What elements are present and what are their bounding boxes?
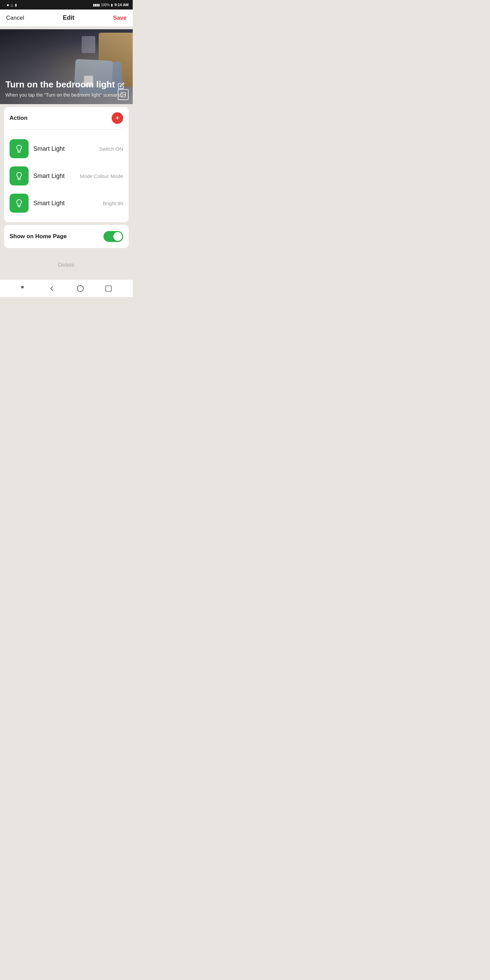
action-item-3-label: Smart Light — [33, 200, 98, 207]
hero-subtitle: When you tap the "Turn on the bedroom li… — [5, 92, 127, 99]
signal-strength-icon: ▮▮▮▮ — [93, 3, 100, 7]
action-section: Action + Smart Light Switch:ON Smart Lig… — [4, 107, 129, 222]
nav-bar — [0, 279, 133, 297]
svg-rect-7 — [106, 285, 111, 291]
page-title: Edit — [63, 14, 75, 21]
hero-title: Turn on the bedroom light — [5, 79, 127, 90]
bulb-icon-2 — [14, 171, 24, 181]
home-circle-icon — [76, 285, 84, 293]
bulb-icon-3 — [14, 198, 24, 208]
nav-home-button[interactable] — [73, 282, 87, 295]
svg-point-6 — [77, 285, 83, 292]
square-icon — [21, 285, 27, 292]
nfc-icon: ■ — [7, 3, 9, 7]
nav-square-button[interactable] — [18, 282, 30, 295]
hero-image-container: Turn on the bedroom light When you tap t… — [0, 29, 133, 104]
status-bar-left: ⋅ ■ △ ▮ — [4, 3, 17, 7]
action-item-2-icon-wrapper — [10, 166, 29, 185]
toggle-thumb — [113, 232, 122, 241]
change-image-button[interactable] — [118, 89, 129, 100]
action-item-1-value: Switch:ON — [99, 146, 123, 152]
signal-blocked-icon: ▮ — [15, 3, 17, 7]
svg-point-1 — [122, 93, 123, 94]
hero-title-text: Turn on the bedroom light — [5, 79, 115, 90]
header: Cancel Edit Save — [0, 10, 133, 27]
section-divider — [10, 129, 123, 130]
action-section-title: Action — [10, 115, 27, 121]
action-item-1-icon-wrapper — [10, 139, 29, 158]
add-action-button[interactable]: + — [111, 112, 123, 124]
cancel-button[interactable]: Cancel — [6, 14, 24, 21]
battery-percentage: 100% — [101, 3, 110, 7]
action-item-2[interactable]: Smart Light Mode:Colour Mode — [10, 162, 123, 189]
save-button[interactable]: Save — [113, 14, 127, 21]
battery-icon: ▮ — [111, 3, 113, 7]
show-home-page-section: Show on Home Page — [4, 225, 129, 248]
show-home-page-toggle[interactable] — [103, 231, 123, 242]
hero-text-area: Turn on the bedroom light When you tap t… — [0, 74, 133, 104]
recents-icon — [105, 285, 112, 292]
svg-rect-5 — [21, 286, 24, 288]
action-section-header: Action + — [10, 112, 123, 124]
back-icon — [48, 285, 56, 293]
wifi-icon: △ — [11, 3, 13, 7]
bulb-icon-1 — [14, 144, 24, 153]
action-item-2-label: Smart Light — [33, 172, 75, 180]
status-bar: ⋅ ■ △ ▮ ▮▮▮▮ 100% ▮ 9:14 AM — [0, 0, 133, 10]
action-item-2-value: Mode:Colour Mode — [80, 173, 123, 179]
delete-button[interactable]: Delete — [4, 258, 129, 272]
action-item-3-value: Bright:80 — [103, 200, 123, 206]
action-item-3-icon-wrapper — [10, 194, 29, 213]
show-home-page-label: Show on Home Page — [10, 233, 67, 240]
hero-title-edit-icon[interactable] — [118, 82, 124, 89]
action-item-1-label: Smart Light — [33, 145, 94, 153]
status-time: 9:14 AM — [115, 3, 129, 7]
action-item-3[interactable]: Smart Light Bright:80 — [10, 189, 123, 217]
nav-back-button[interactable] — [45, 282, 59, 295]
bluetooth-icon: ⋅ — [4, 3, 5, 7]
action-item-1[interactable]: Smart Light Switch:ON — [10, 135, 123, 162]
status-bar-right: ▮▮▮▮ 100% ▮ 9:14 AM — [93, 3, 129, 7]
nav-recents-button[interactable] — [102, 282, 115, 295]
delete-container: Delete — [0, 251, 133, 277]
